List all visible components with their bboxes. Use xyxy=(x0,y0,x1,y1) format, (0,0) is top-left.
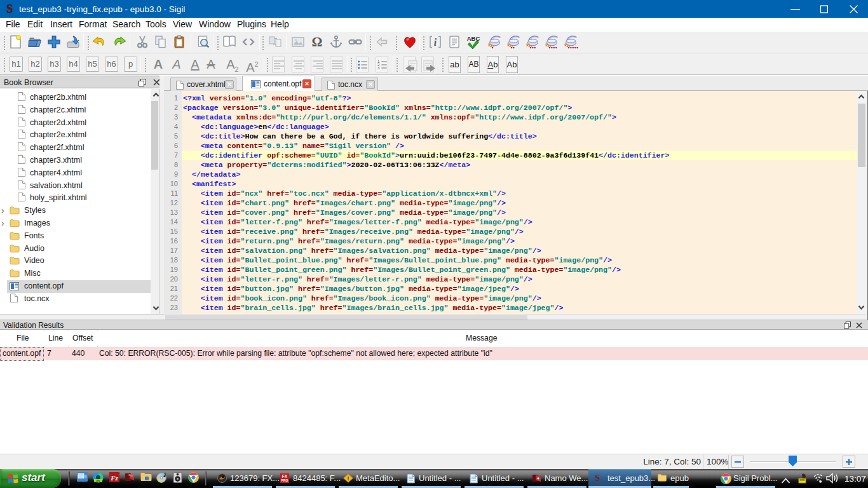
svg-text:Ω: Ω xyxy=(312,34,323,50)
svg-text:i: i xyxy=(434,37,437,48)
svg-text:3: 3 xyxy=(377,65,380,70)
svg-text:FX: FX xyxy=(282,474,288,478)
svg-text:DIV: DIV xyxy=(97,480,101,482)
svg-text:PRO: PRO xyxy=(281,478,288,482)
svg-text:Fz: Fz xyxy=(110,474,118,482)
svg-text:!: ! xyxy=(348,475,349,482)
svg-text:ABC: ABC xyxy=(467,35,480,42)
